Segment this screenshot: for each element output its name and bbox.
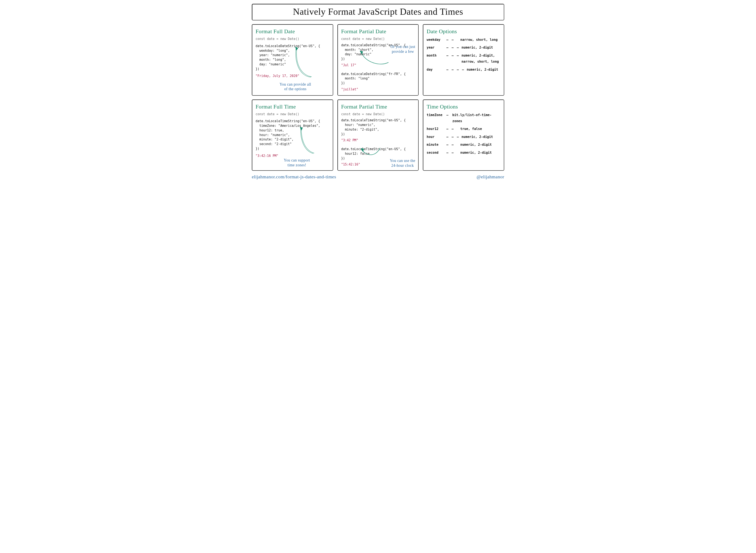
- option-key: hour12: [427, 126, 444, 132]
- code-declaration: const date = new Date(): [341, 37, 415, 42]
- code-output: "juillet": [341, 87, 415, 92]
- option-row: timeZone — bit.ly/list-of-time-zones: [427, 112, 501, 125]
- option-vals: narrow, short, long: [460, 37, 498, 43]
- footer: elijahmanor.com/format-js-dates-and-time…: [252, 174, 504, 179]
- options-list: timeZone — bit.ly/list-of-time-zones hou…: [427, 112, 501, 156]
- card-format-partial-time: Format Partial Time const date = new Dat…: [337, 99, 419, 171]
- options-list: weekday — — narrow, short, long year — —…: [427, 37, 501, 73]
- code-block: const date = new Date() date.toLocaleTim…: [255, 112, 329, 158]
- footer-handle: @elijahmanor: [477, 174, 504, 179]
- code-snippet: date.toLocaleDateString("en-US", { weekd…: [255, 44, 329, 72]
- option-key: timeZone: [427, 112, 444, 118]
- card-heading: Date Options: [427, 28, 501, 35]
- option-row: month — — — numeric, 2-digit, narrow, sh…: [427, 53, 501, 65]
- code-output: "Friday, July 17, 2020": [255, 74, 329, 78]
- code-snippet: date.toLocaleTimeString("en-US", { timeZ…: [255, 119, 329, 151]
- option-key: minute: [427, 142, 444, 148]
- option-dash: —: [446, 112, 450, 118]
- annotation: Or you can just provide a few: [390, 45, 415, 54]
- option-row: year — — — numeric, 2-digit: [427, 45, 501, 51]
- card-date-options: Date Options weekday — — narrow, short, …: [423, 24, 504, 96]
- option-row: second — — numeric, 2-digit: [427, 150, 501, 156]
- option-vals: true, false: [460, 126, 482, 132]
- option-vals: numeric, 2-digit: [461, 134, 493, 140]
- card-heading: Format Full Time: [255, 104, 329, 110]
- option-dash: — —: [446, 126, 458, 132]
- card-heading: Time Options: [427, 104, 501, 110]
- code-block: const date = new Date() date.toLocaleDat…: [255, 37, 329, 78]
- annotation: You can support time zones!: [284, 158, 310, 167]
- option-dash: — —: [446, 142, 458, 148]
- option-row: minute — — numeric, 2-digit: [427, 142, 501, 148]
- card-format-full-date: Format Full Date const date = new Date()…: [252, 24, 333, 96]
- option-dash: — — —: [446, 134, 459, 140]
- footer-url: elijahmanor.com/format-js-dates-and-time…: [252, 174, 336, 179]
- card-time-options: Time Options timeZone — bit.ly/list-of-t…: [423, 99, 504, 171]
- option-row: day — — — — numeric, 2-digit: [427, 67, 501, 73]
- card-grid: Format Full Date const date = new Date()…: [252, 24, 504, 171]
- card-format-partial-date: Format Partial Date const date = new Dat…: [337, 24, 419, 96]
- option-vals: numeric, 2-digit: [467, 67, 498, 73]
- option-key: hour: [427, 134, 444, 140]
- card-heading: Format Partial Date: [341, 28, 415, 35]
- code-declaration: const date = new Date(): [255, 112, 329, 117]
- option-vals: numeric, 2-digit, narrow, short, long: [461, 53, 499, 65]
- option-key: second: [427, 150, 444, 156]
- option-row: weekday — — narrow, short, long: [427, 37, 501, 43]
- option-dash: — —: [446, 150, 458, 156]
- option-dash: — — —: [446, 53, 459, 59]
- code-snippet: date.toLocaleTimeString("en-US", { hour:…: [341, 118, 415, 137]
- option-key: year: [427, 45, 444, 51]
- option-vals: numeric, 2-digit: [460, 150, 492, 156]
- annotation: You can provide all of the options: [280, 82, 311, 91]
- option-key: weekday: [427, 37, 444, 43]
- code-output: "3:42 PM": [341, 138, 415, 143]
- option-row: hour12 — — true, false: [427, 126, 501, 132]
- code-output: "Jul 17": [341, 63, 415, 68]
- option-dash: — — —: [446, 45, 459, 51]
- code-declaration: const date = new Date(): [341, 112, 415, 117]
- annotation: You can use the 24-hour clock: [390, 158, 415, 168]
- option-dash: — — — —: [446, 67, 464, 73]
- option-vals: bit.ly/list-of-time-zones: [452, 112, 499, 125]
- code-output: "3:42:16 PM": [255, 154, 329, 158]
- code-declaration: const date = new Date(): [255, 37, 329, 42]
- card-heading: Format Full Date: [255, 28, 329, 35]
- card-heading: Format Partial Time: [341, 104, 415, 110]
- option-row: hour — — — numeric, 2-digit: [427, 134, 501, 140]
- page-title: Natively Format JavaScript Dates and Tim…: [256, 6, 500, 17]
- option-vals: numeric, 2-digit: [460, 142, 492, 148]
- option-key: day: [427, 67, 444, 73]
- code-snippet: date.toLocaleDateString("fr-FR", { month…: [341, 72, 415, 86]
- option-dash: — —: [446, 37, 458, 43]
- option-key: month: [427, 53, 444, 59]
- title-banner: Natively Format JavaScript Dates and Tim…: [252, 4, 504, 20]
- option-vals: numeric, 2-digit: [461, 45, 493, 51]
- card-format-full-time: Format Full Time const date = new Date()…: [252, 99, 333, 171]
